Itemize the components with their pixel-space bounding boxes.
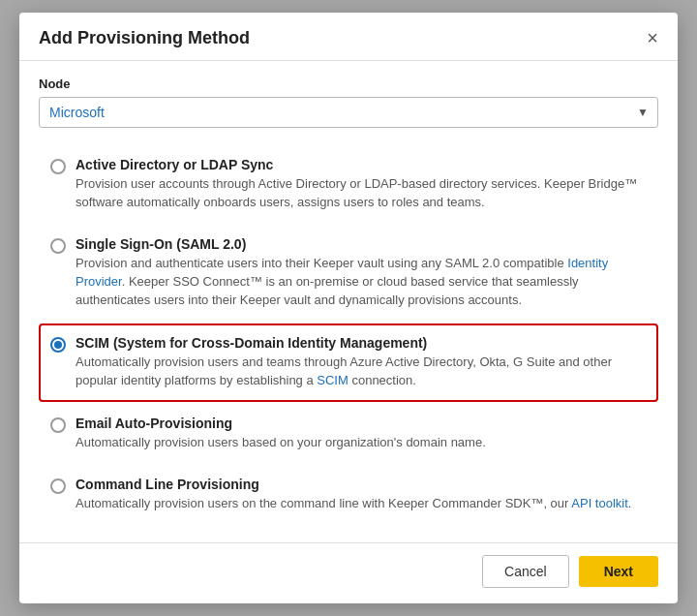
add-provisioning-dialog: Add Provisioning Method × Node Microsoft… (19, 13, 678, 604)
link-scim[interactable]: SCIM (317, 373, 348, 387)
radio-scim-dot (54, 341, 62, 349)
option-title-ad-ldap: Active Directory or LDAP Sync (76, 157, 647, 172)
radio-sso-saml (50, 238, 66, 254)
dialog-body: Node Microsoft ▼ Active Directory or LDA… (19, 61, 678, 543)
option-ad-ldap[interactable]: Active Directory or LDAP Sync Provision … (39, 145, 658, 224)
node-label: Node (39, 77, 658, 91)
option-scim[interactable]: SCIM (System for Cross-Domain Identity M… (39, 323, 658, 402)
radio-email-auto (50, 417, 66, 433)
option-title-scim: SCIM (System for Cross-Domain Identity M… (76, 335, 647, 351)
provisioning-options-list: Active Directory or LDAP Sync Provision … (39, 145, 658, 526)
option-command-line[interactable]: Command Line Provisioning Automatically … (39, 465, 658, 525)
option-desc-command-line: Automatically provision users on the com… (76, 495, 647, 513)
option-title-email-auto: Email Auto-Provisioning (76, 416, 647, 431)
option-desc-sso-saml: Provision and authenticate users into th… (76, 255, 647, 310)
option-title-sso-saml: Single Sign-On (SAML 2.0) (76, 236, 647, 252)
link-api[interactable]: API toolkit (571, 496, 628, 510)
dialog-footer: Cancel Next (19, 542, 678, 603)
radio-command-line (50, 478, 66, 494)
option-desc-ad-ldap: Provision user accounts through Active D… (76, 175, 647, 212)
radio-scim (50, 337, 66, 353)
option-content-scim: SCIM (System for Cross-Domain Identity M… (76, 335, 647, 390)
option-email-auto[interactable]: Email Auto-Provisioning Automatically pr… (39, 404, 658, 464)
option-desc-scim: Automatically provision users and teams … (76, 354, 647, 390)
close-button[interactable]: × (647, 28, 658, 47)
node-select[interactable]: Microsoft (39, 97, 658, 128)
option-content-ad-ldap: Active Directory or LDAP Sync Provision … (76, 157, 647, 212)
option-content-command-line: Command Line Provisioning Automatically … (76, 477, 647, 513)
link-idp[interactable]: Identity Provider (76, 256, 608, 289)
radio-ad-ldap (50, 159, 66, 174)
option-sso-saml[interactable]: Single Sign-On (SAML 2.0) Provision and … (39, 225, 658, 322)
option-desc-email-auto: Automatically provision users based on y… (76, 434, 647, 452)
node-select-wrapper: Microsoft ▼ (39, 97, 658, 128)
option-title-command-line: Command Line Provisioning (76, 477, 647, 492)
next-button[interactable]: Next (579, 556, 658, 587)
option-content-sso-saml: Single Sign-On (SAML 2.0) Provision and … (76, 236, 647, 310)
dialog-overlay: Add Provisioning Method × Node Microsoft… (0, 0, 697, 616)
dialog-header: Add Provisioning Method × (19, 13, 678, 61)
option-content-email-auto: Email Auto-Provisioning Automatically pr… (76, 416, 647, 452)
dialog-title: Add Provisioning Method (39, 28, 250, 48)
cancel-button[interactable]: Cancel (482, 555, 569, 588)
